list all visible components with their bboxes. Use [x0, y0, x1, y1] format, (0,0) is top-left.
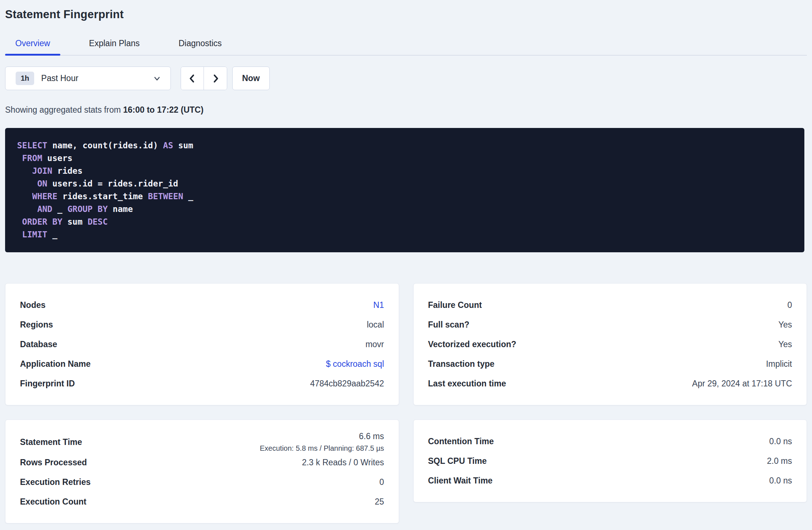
- stat-row: Statement Time 6.6 ms Execution: 5.8 ms …: [20, 431, 384, 453]
- time-toolbar: 1h Past Hour Now: [5, 67, 807, 90]
- stat-label: Rows Processed: [20, 458, 87, 467]
- stat-value: 0: [379, 477, 384, 487]
- stat-value: 0.0 ns: [769, 437, 792, 446]
- tab-bar: Overview Explain Plans Diagnostics: [5, 33, 807, 56]
- stat-value-group: 6.6 ms Execution: 5.8 ms / Planning: 687…: [260, 431, 384, 453]
- interval-nav-group: [181, 67, 227, 90]
- stat-label: Fingerprint ID: [20, 379, 75, 389]
- sql-statement-text: SELECT name, count(rides.id) AS sum FROM…: [17, 139, 792, 241]
- timing-cards-row: Statement Time 6.6 ms Execution: 5.8 ms …: [5, 419, 807, 523]
- stat-value-group: local: [367, 320, 384, 330]
- stat-row: Database movr: [20, 334, 384, 354]
- stat-value: 2.3 k Reads / 0 Writes: [302, 458, 384, 467]
- stat-row: Last execution time Apr 29, 2024 at 17:1…: [428, 374, 792, 393]
- stat-value: 0: [787, 300, 792, 310]
- stat-value-group: 25: [375, 497, 384, 507]
- stat-row: Application Name $ cockroach sql: [20, 354, 384, 374]
- now-button[interactable]: Now: [232, 67, 270, 90]
- stat-value-group: 0: [379, 477, 384, 487]
- stat-value-link[interactable]: N1: [373, 300, 384, 310]
- stat-row: Execution Count 25: [20, 492, 384, 511]
- tab-diagnostics[interactable]: Diagnostics: [168, 33, 232, 55]
- stat-row: Nodes N1: [20, 295, 384, 315]
- stat-value-group: Yes: [778, 340, 792, 349]
- next-interval-button[interactable]: [204, 67, 227, 90]
- stat-value-group: 0.0 ns: [769, 476, 792, 486]
- stat-label: Vectorized execution?: [428, 340, 516, 349]
- time-interval-dropdown[interactable]: 1h Past Hour: [5, 67, 171, 90]
- wait-timing-card: Contention Time 0.0 ns SQL CPU Time 2.0 …: [413, 419, 807, 502]
- page-title: Statement Fingerprint: [5, 8, 807, 21]
- stat-label: SQL CPU Time: [428, 456, 487, 466]
- statement-details-card: Nodes N1 Regions local Database movr App…: [5, 283, 399, 405]
- aggregated-stats-caption: Showing aggregated stats from 16:00 to 1…: [5, 105, 807, 115]
- stat-label: Client Wait Time: [428, 476, 493, 486]
- stat-value-group: Apr 29, 2024 at 17:18 UTC: [692, 379, 792, 389]
- chevron-left-icon: [188, 74, 197, 83]
- prev-interval-button[interactable]: [181, 67, 204, 90]
- statement-fingerprint-page: Statement Fingerprint Overview Explain P…: [0, 0, 812, 523]
- statement-timing-card: Statement Time 6.6 ms Execution: 5.8 ms …: [5, 419, 399, 523]
- stat-value: Apr 29, 2024 at 17:18 UTC: [692, 379, 792, 389]
- stat-row: Transaction type Implicit: [428, 354, 792, 374]
- stat-row: Contention Time 0.0 ns: [428, 431, 792, 451]
- stat-value-group: movr: [365, 340, 384, 349]
- stat-row: Execution Retries 0: [20, 472, 384, 492]
- stat-label: Execution Count: [20, 497, 87, 507]
- stat-row: Regions local: [20, 315, 384, 334]
- stat-value: 0.0 ns: [769, 476, 792, 486]
- stat-value-group: 4784cb829aab2542: [310, 379, 384, 389]
- stat-value: 4784cb829aab2542: [310, 379, 384, 389]
- stats-caption-range: 16:00 to 17:22 (UTC): [123, 105, 204, 115]
- stat-value-group: Yes: [778, 320, 792, 330]
- stat-row: Rows Processed 2.3 k Reads / 0 Writes: [20, 453, 384, 472]
- stat-value-group: N1: [373, 300, 384, 310]
- execution-attributes-card: Failure Count 0 Full scan? Yes Vectorize…: [413, 283, 807, 405]
- stat-label: Application Name: [20, 359, 91, 369]
- stat-row: Fingerprint ID 4784cb829aab2542: [20, 374, 384, 393]
- stats-caption-prefix: Showing aggregated stats from: [5, 105, 123, 115]
- stat-label: Failure Count: [428, 300, 482, 310]
- stat-row: Vectorized execution? Yes: [428, 334, 792, 354]
- stat-value-group: Implicit: [766, 359, 792, 369]
- stat-value-link[interactable]: $ cockroach sql: [326, 359, 384, 369]
- stat-value-group: $ cockroach sql: [326, 359, 384, 369]
- stat-value-group: 0: [787, 300, 792, 310]
- stat-value: Yes: [778, 320, 792, 330]
- sql-statement-box: SELECT name, count(rides.id) AS sum FROM…: [5, 128, 804, 252]
- stat-label: Statement Time: [20, 437, 82, 447]
- stat-value: movr: [365, 340, 384, 349]
- stat-value: Implicit: [766, 359, 792, 369]
- stat-row: Client Wait Time 0.0 ns: [428, 471, 792, 490]
- chevron-right-icon: [211, 74, 220, 83]
- chevron-down-icon: [153, 75, 161, 83]
- stat-value-group: 2.3 k Reads / 0 Writes: [302, 458, 384, 467]
- stat-value-group: 0.0 ns: [769, 437, 792, 446]
- tab-explain-plans[interactable]: Explain Plans: [79, 33, 150, 55]
- stat-label: Last execution time: [428, 379, 506, 389]
- stat-value-group: 2.0 ms: [767, 456, 792, 466]
- stat-value: local: [367, 320, 384, 330]
- details-cards-row: Nodes N1 Regions local Database movr App…: [5, 283, 807, 405]
- stat-row: SQL CPU Time 2.0 ms: [428, 451, 792, 471]
- tab-overview[interactable]: Overview: [5, 33, 60, 55]
- interval-label: Past Hour: [41, 73, 153, 83]
- stat-label: Database: [20, 340, 57, 349]
- stat-value: 2.0 ms: [767, 456, 792, 466]
- interval-badge: 1h: [16, 72, 34, 85]
- stat-label: Full scan?: [428, 320, 470, 330]
- stat-label: Transaction type: [428, 359, 495, 369]
- stat-value: 6.6 ms: [359, 431, 384, 441]
- stat-value: 25: [375, 497, 384, 507]
- stat-subvalue: Execution: 5.8 ms / Planning: 687.5 µs: [260, 444, 384, 453]
- stat-label: Regions: [20, 320, 53, 330]
- stat-row: Full scan? Yes: [428, 315, 792, 334]
- stat-label: Nodes: [20, 300, 45, 310]
- stat-row: Failure Count 0: [428, 295, 792, 315]
- stat-label: Execution Retries: [20, 477, 91, 487]
- stat-value: Yes: [778, 340, 792, 349]
- stat-label: Contention Time: [428, 437, 494, 446]
